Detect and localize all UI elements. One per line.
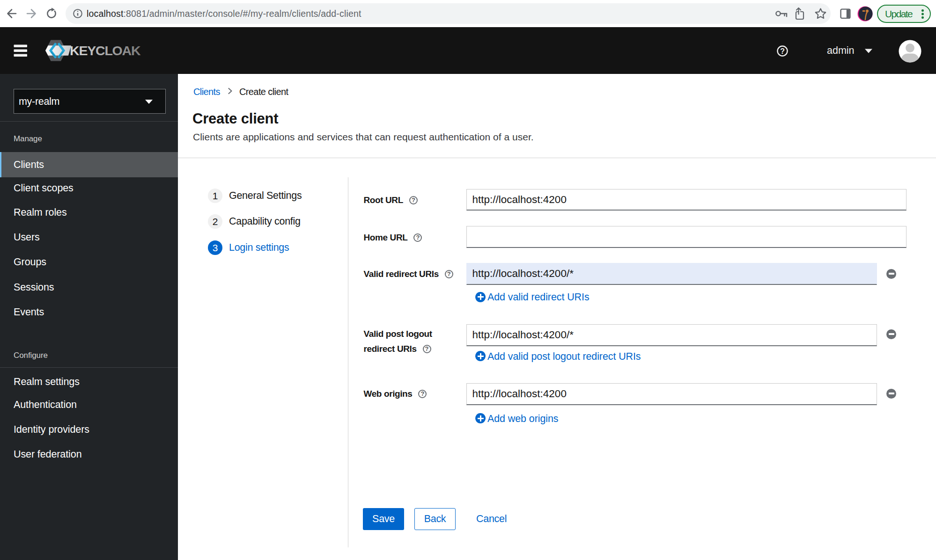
svg-text:?: ? [780, 47, 785, 55]
svg-text:KEYCLOAK: KEYCLOAK [70, 43, 141, 58]
